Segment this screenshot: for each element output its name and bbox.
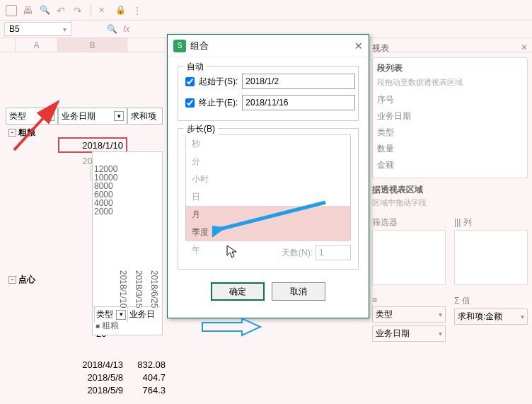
mouse-cursor-icon xyxy=(226,245,238,262)
start-checkbox[interactable] xyxy=(185,77,195,86)
close-icon[interactable]: ✕ xyxy=(521,42,528,54)
fx-label: fx xyxy=(123,24,129,34)
clear-icon[interactable] xyxy=(98,5,108,15)
end-checkbox[interactable] xyxy=(185,98,195,108)
close-icon[interactable]: ✕ xyxy=(354,40,363,52)
group-dialog: S 组合 ✕ 自动 起始于(S): 终止于(E): 步长(B) 秒 分 小时 日 xyxy=(167,34,369,318)
days-spinner: 1 xyxy=(316,245,351,260)
svg-line-1 xyxy=(219,202,325,229)
chart-footer: 类型 业务日 xyxy=(94,306,161,322)
pivot-header-sum: 求和项 xyxy=(127,108,163,125)
step-option-seconds[interactable]: 秒 xyxy=(186,135,350,153)
step-fieldset: 步长(B) 秒 分 小时 日 月 季度 年 天数(N): 1 xyxy=(178,128,359,270)
filter-dropdown-icon[interactable] xyxy=(114,111,124,121)
dialog-titlebar[interactable]: S 组合 ✕ xyxy=(168,35,369,57)
magnifier-icon[interactable]: 🔍 xyxy=(107,24,117,34)
pivot-header-date[interactable]: 业务日期 xyxy=(58,108,127,125)
field-list-section: 段列表 段拖动至数据透视表区域 序号 业务日期 类型 数量 金额 xyxy=(372,57,528,178)
field-item[interactable]: 数量 xyxy=(377,141,523,157)
ok-button[interactable]: 确定 xyxy=(211,282,265,301)
save-icon[interactable] xyxy=(6,5,16,15)
col-header-A[interactable]: A xyxy=(16,38,58,52)
row-field-type[interactable]: 类型▾ xyxy=(372,306,446,323)
field-item[interactable]: 金额 xyxy=(377,157,523,173)
step-option-hours[interactable]: 小时 xyxy=(186,171,350,188)
svg-line-0 xyxy=(14,102,58,150)
value-field-sum[interactable]: 求和项:金额▾ xyxy=(454,308,528,325)
column-drop-area[interactable] xyxy=(454,230,528,285)
start-date-input[interactable] xyxy=(242,74,355,89)
chart-filter-date[interactable]: 业务日 xyxy=(127,307,161,322)
embedded-chart[interactable]: 12000100008000600040002000 2018/1/102018… xyxy=(92,151,163,335)
separator xyxy=(91,4,91,16)
field-item[interactable]: 类型 xyxy=(377,125,523,141)
lock-icon[interactable] xyxy=(115,5,125,15)
field-item[interactable]: 序号 xyxy=(377,92,523,108)
collapse-icon[interactable]: - xyxy=(8,276,16,284)
annotation-blue-arrow xyxy=(212,200,332,242)
chart-x-axis: 2018/1/102018/3/152018/6/25 xyxy=(118,270,159,308)
step-option-minutes[interactable]: 分 xyxy=(186,153,350,171)
pivot-field-panel: 视表✕ 段列表 段拖动至数据透视表区域 序号 业务日期 类型 数量 金额 据透视… xyxy=(372,40,528,345)
annotation-red-arrow xyxy=(11,96,68,153)
filter-drop-area[interactable] xyxy=(372,230,446,285)
end-date-input[interactable] xyxy=(242,95,355,110)
pivot-group-row[interactable]: -点心 xyxy=(6,272,58,287)
name-box[interactable]: B5 ▾ xyxy=(4,22,71,36)
field-item[interactable]: 业务日期 xyxy=(377,108,523,125)
redo-icon[interactable] xyxy=(74,5,83,15)
name-box-dropdown-icon: ▾ xyxy=(63,25,66,33)
chart-y-axis: 12000100008000600040002000 xyxy=(94,165,117,216)
more-icon[interactable] xyxy=(132,5,142,15)
fx-area: 🔍 fx xyxy=(107,24,129,34)
dialog-title: 组合 xyxy=(190,40,209,52)
table-row[interactable]: 2018/5/9764.3 xyxy=(6,382,170,398)
name-box-value: B5 xyxy=(9,24,20,34)
auto-fieldset: 自动 起始于(S): 终止于(E): xyxy=(178,66,359,121)
cancel-button[interactable]: 取消 xyxy=(272,282,325,301)
print-icon[interactable] xyxy=(23,5,33,15)
app-logo-icon: S xyxy=(173,40,186,52)
chart-filter-type[interactable]: 类型 xyxy=(94,307,127,322)
quick-access-toolbar xyxy=(0,0,532,20)
undo-icon[interactable] xyxy=(57,5,66,15)
col-header-B[interactable]: B xyxy=(58,38,127,52)
annotation-hollow-arrow xyxy=(200,317,263,338)
row-field-date[interactable]: 业务日期▾ xyxy=(372,325,446,342)
select-all-corner[interactable] xyxy=(0,38,16,52)
preview-icon[interactable] xyxy=(40,5,50,15)
